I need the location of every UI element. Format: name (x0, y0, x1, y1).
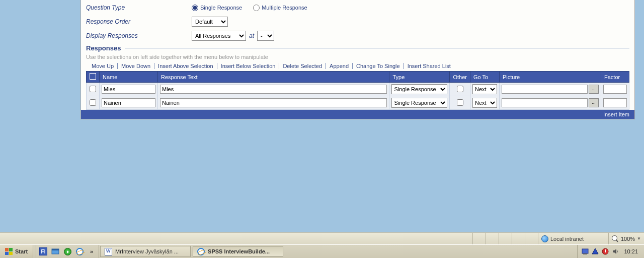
row-type-select[interactable]: Single Response (391, 84, 447, 94)
tray-icon[interactable] (582, 248, 589, 255)
row-other-checkbox[interactable] (457, 99, 463, 106)
display-responses-row: Display Responses All Responses at - (86, 30, 629, 41)
header-type: Type (389, 72, 450, 83)
display-responses-select[interactable]: All Responses (192, 31, 246, 41)
media-player-icon[interactable] (63, 247, 71, 255)
taskbar-item-spss[interactable]: SPSS InterviewBuilde... (193, 246, 283, 257)
action-insert-above[interactable]: Insert Above Selection (154, 63, 217, 69)
action-insert-below[interactable]: Insert Below Selection (217, 63, 280, 69)
windows-flag-icon (5, 248, 13, 255)
select-all-checkbox-icon[interactable] (90, 73, 96, 80)
tray-icon[interactable] (602, 248, 609, 255)
row-goto-select[interactable]: Next (472, 84, 497, 94)
quick-launch: FI » (36, 245, 99, 258)
start-button[interactable]: Start (0, 245, 33, 258)
responses-action-bar: Move Up Move Down Insert Above Selection… (88, 63, 629, 69)
taskbar-item-mrinterview[interactable]: MrInterview Jyväskylän ... (100, 246, 191, 257)
row-factor-input[interactable] (603, 98, 627, 107)
zoom-value: 100% (621, 236, 635, 242)
response-order-select[interactable]: Default (192, 17, 228, 27)
chevron-down-icon[interactable]: ▼ (637, 236, 641, 241)
action-append[interactable]: Append (326, 63, 353, 69)
taskbar-item-label: SPSS InterviewBuilde... (208, 248, 270, 254)
single-response-input[interactable] (192, 5, 198, 11)
tray-icon[interactable] (592, 248, 599, 255)
row-picture-input[interactable] (502, 85, 588, 94)
action-change-to-single[interactable]: Change To Single (353, 63, 404, 69)
single-response-radio[interactable]: Single Response (192, 5, 242, 11)
multiple-response-radio[interactable]: Multiple Response (253, 5, 307, 11)
header-name: Name (100, 72, 158, 83)
zoom-control[interactable]: 100% ▼ (608, 233, 644, 244)
status-seg (525, 233, 538, 244)
row-picture-input[interactable] (502, 98, 588, 107)
clock[interactable]: 10:21 (622, 248, 640, 254)
insert-item-link[interactable]: Insert Item (81, 110, 634, 119)
row-text-input[interactable] (160, 85, 387, 94)
response-order-row: Response Order Default (86, 16, 629, 27)
status-seg (472, 233, 486, 244)
browser-status-bar: Local intranet 100% ▼ (0, 232, 644, 244)
row-type-select[interactable]: Single Response (391, 98, 447, 108)
ie-quick-icon[interactable] (75, 247, 84, 255)
row-picture-browse-button[interactable]: ... (589, 98, 599, 107)
row-checkbox[interactable] (90, 86, 96, 92)
responses-title-text: Responses (86, 44, 121, 52)
header-other: Other (450, 72, 470, 83)
taskbar-item-label: MrInterview Jyväskylän ... (115, 248, 179, 254)
status-seg (486, 233, 499, 244)
header-factor: Factor (601, 72, 629, 83)
svg-marker-4 (592, 248, 598, 254)
status-seg (499, 233, 512, 244)
taskbar: Start FI » MrInterview Jyväskylän ... SP… (0, 244, 644, 258)
svg-rect-2 (582, 249, 588, 253)
zoom-icon (612, 235, 619, 242)
header-check-cell[interactable] (87, 72, 100, 83)
zone-label: Local intranet (550, 236, 584, 242)
question-type-label: Question Type (86, 4, 192, 11)
responses-hint: Use the selections on left side together… (86, 54, 629, 60)
at-select[interactable]: - (257, 31, 274, 41)
display-responses-label: Display Responses (86, 32, 192, 39)
action-insert-shared-list[interactable]: Insert Shared List (404, 63, 454, 69)
question-type-row: Question Type Single Response Multiple R… (86, 2, 629, 13)
row-name-input[interactable] (102, 85, 155, 94)
table-row: Single Response Next ... (87, 96, 629, 110)
action-delete-selected[interactable]: Delete Selected (279, 63, 326, 69)
svg-rect-3 (583, 253, 587, 254)
header-picture: Picture (500, 72, 601, 83)
row-other-checkbox[interactable] (457, 86, 463, 92)
status-seg (512, 233, 525, 244)
multiple-response-input[interactable] (253, 5, 260, 11)
svg-rect-6 (605, 249, 606, 252)
main-panel: Question Type Single Response Multiple R… (80, 0, 635, 119)
header-goto: Go To (470, 72, 500, 83)
globe-icon (541, 235, 548, 242)
action-move-up[interactable]: Move Up (88, 63, 118, 69)
system-tray: 10:21 (577, 245, 644, 258)
tray-volume-icon[interactable] (612, 248, 619, 255)
show-desktop-icon[interactable] (51, 247, 59, 255)
row-picture-browse-button[interactable]: ... (589, 85, 599, 94)
ie-icon (197, 248, 205, 255)
section-rule (125, 48, 629, 48)
responses-table: Name Response Text Type Other Go To Pict… (86, 71, 629, 110)
table-header-row: Name Response Text Type Other Go To Pict… (87, 72, 629, 83)
security-zone: Local intranet (538, 233, 608, 244)
row-goto-select[interactable]: Next (472, 98, 497, 108)
single-response-label: Single Response (200, 5, 242, 11)
action-move-down[interactable]: Move Down (118, 63, 154, 69)
word-doc-icon (105, 248, 112, 255)
table-row: Single Response Next ... (87, 83, 629, 96)
question-type-radios: Single Response Multiple Response (192, 5, 307, 11)
svg-marker-7 (613, 249, 616, 254)
response-order-label: Response Order (86, 18, 192, 25)
at-label: at (249, 32, 254, 39)
multiple-response-label: Multiple Response (262, 5, 307, 11)
row-text-input[interactable] (160, 98, 387, 107)
row-factor-input[interactable] (603, 85, 627, 94)
row-name-input[interactable] (102, 98, 155, 107)
language-indicator[interactable]: FI (39, 247, 47, 255)
row-checkbox[interactable] (90, 99, 96, 106)
quick-launch-chevron-icon[interactable]: » (88, 247, 96, 255)
